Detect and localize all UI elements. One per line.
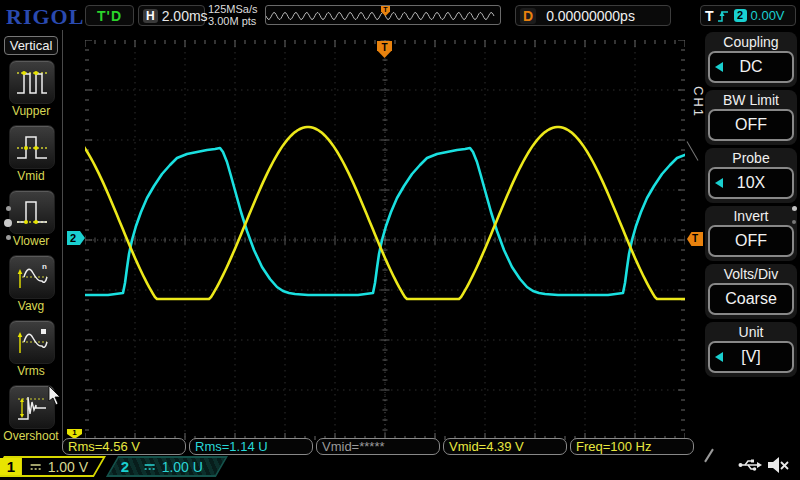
measurement-slot-5[interactable]: Freq=100 Hz bbox=[570, 438, 694, 455]
left-arrow-icon bbox=[715, 352, 723, 362]
channel-menu-tab: CH1 bbox=[691, 86, 706, 118]
measurement-slot-3[interactable]: Vmid=***** bbox=[316, 438, 440, 455]
t-label: T bbox=[705, 8, 714, 24]
measurement-slot-2[interactable]: Rms=1.14 U bbox=[189, 438, 313, 455]
page-dot bbox=[792, 220, 796, 224]
trigger-level-value: 0.00V bbox=[751, 8, 785, 23]
vupper-icon bbox=[14, 65, 50, 99]
statusbar-divider bbox=[704, 449, 714, 463]
menu-item-bw-limit[interactable]: BW LimitOFF bbox=[705, 90, 797, 145]
measure-button-vupper[interactable] bbox=[9, 60, 55, 104]
menu-item-label: BW Limit bbox=[705, 91, 797, 109]
page-dot bbox=[4, 219, 12, 227]
measure-button-vavg[interactable]: n bbox=[9, 255, 55, 299]
ch2-status-chip[interactable]: 2 1.00 U bbox=[106, 456, 228, 477]
menu-item-value: DC bbox=[708, 51, 794, 83]
ch2-number: 2 bbox=[114, 458, 136, 475]
measure-button-vmid[interactable] bbox=[9, 125, 55, 169]
menu-item-value: 10X bbox=[708, 167, 794, 199]
overshoot-icon bbox=[14, 390, 50, 424]
measure-label-vmid: Vmid bbox=[0, 169, 62, 183]
measure-label-vavg: Vavg bbox=[0, 299, 62, 313]
rigol-logo: RIGOL bbox=[6, 4, 84, 30]
trigger-source-badge: 2 bbox=[734, 9, 747, 22]
menu-item-label: Volts/Div bbox=[705, 265, 797, 283]
graticule bbox=[85, 40, 685, 440]
vmid-icon bbox=[14, 130, 50, 164]
trigger-level-marker[interactable]: T bbox=[687, 232, 703, 246]
trigger-info-chip: T 2 0.00V bbox=[700, 5, 796, 26]
menu-item-volts-div[interactable]: Volts/DivCoarse bbox=[705, 264, 797, 319]
page-dot bbox=[6, 206, 11, 211]
mouse-cursor bbox=[48, 386, 62, 406]
d-label: D bbox=[520, 8, 536, 24]
measurement-slot-4[interactable]: Vmid=4.39 V bbox=[443, 438, 567, 455]
menu-item-label: Unit bbox=[705, 323, 797, 341]
trigger-status-text: T'D bbox=[97, 8, 122, 24]
trigger-status-badge: T'D bbox=[85, 5, 134, 26]
menu-item-invert[interactable]: InvertOFF bbox=[705, 206, 797, 261]
menu-item-value: [V] bbox=[708, 341, 794, 373]
rising-edge-icon bbox=[717, 9, 730, 23]
measure-button-vrms[interactable] bbox=[9, 320, 55, 364]
measurement-slot-1[interactable]: Rms=4.56 V bbox=[62, 438, 186, 455]
menu-item-coupling[interactable]: CouplingDC bbox=[705, 32, 797, 87]
ch1-number: 1 bbox=[0, 458, 22, 475]
horizontal-timebase-chip: H 2.00ms bbox=[138, 5, 205, 26]
delay-chip: D 0.00000000ps bbox=[515, 5, 671, 26]
dc-coupling-icon bbox=[144, 462, 156, 472]
measure-label-vrms: Vrms bbox=[0, 364, 62, 378]
svg-text:n: n bbox=[42, 262, 47, 271]
sample-rate: 125MSa/s bbox=[208, 3, 258, 15]
left-arrow-icon bbox=[715, 178, 723, 188]
measure-label-overshoot: Overshoot bbox=[0, 429, 62, 443]
ch2-scale-value: 1.00 U bbox=[162, 459, 203, 475]
acquisition-info: 125MSa/s 3.00M pts bbox=[208, 3, 258, 27]
measure-label-vupper: Vupper bbox=[0, 104, 62, 118]
menu-item-value: OFF bbox=[708, 225, 794, 257]
page-dot bbox=[6, 235, 11, 240]
vrms-icon bbox=[14, 325, 50, 359]
menu-item-value: Coarse bbox=[708, 283, 794, 315]
usb-icon bbox=[738, 457, 762, 474]
measure-button-vlower[interactable] bbox=[9, 190, 55, 234]
memory-depth: 3.00M pts bbox=[208, 15, 258, 27]
left-arrow-icon bbox=[715, 62, 723, 72]
delay-value: 0.00000000ps bbox=[546, 8, 635, 24]
oscilloscope-screen: { "top_bar": { "logo": "RIGOL", "trigger… bbox=[0, 0, 800, 480]
dc-coupling-icon bbox=[30, 462, 42, 472]
left-menu-title: Vertical bbox=[4, 36, 58, 55]
ch1-scale-value: 1.00 V bbox=[48, 459, 88, 475]
menu-item-unit[interactable]: Unit[V] bbox=[705, 322, 797, 377]
ch2-ground-marker[interactable]: 2 bbox=[67, 231, 85, 245]
speaker-mute-icon bbox=[766, 454, 790, 476]
menu-item-label: Coupling bbox=[705, 33, 797, 51]
timebase-value: 2.00ms bbox=[162, 8, 208, 24]
vlower-icon bbox=[14, 195, 50, 229]
channel-tab-divider bbox=[687, 141, 699, 161]
menu-item-value: OFF bbox=[708, 109, 794, 141]
menu-item-label: Invert bbox=[705, 207, 797, 225]
menu-item-probe[interactable]: Probe10X bbox=[705, 148, 797, 203]
ch1-settings-menu: CouplingDCBW LimitOFFProbe10XInvertOFFVo… bbox=[705, 32, 797, 380]
page-dot bbox=[792, 206, 797, 211]
h-label: H bbox=[143, 9, 158, 23]
vavg-icon: n bbox=[14, 260, 50, 294]
menu-item-label: Probe bbox=[705, 149, 797, 167]
ch1-status-chip[interactable]: 1 1.00 V bbox=[0, 456, 106, 477]
